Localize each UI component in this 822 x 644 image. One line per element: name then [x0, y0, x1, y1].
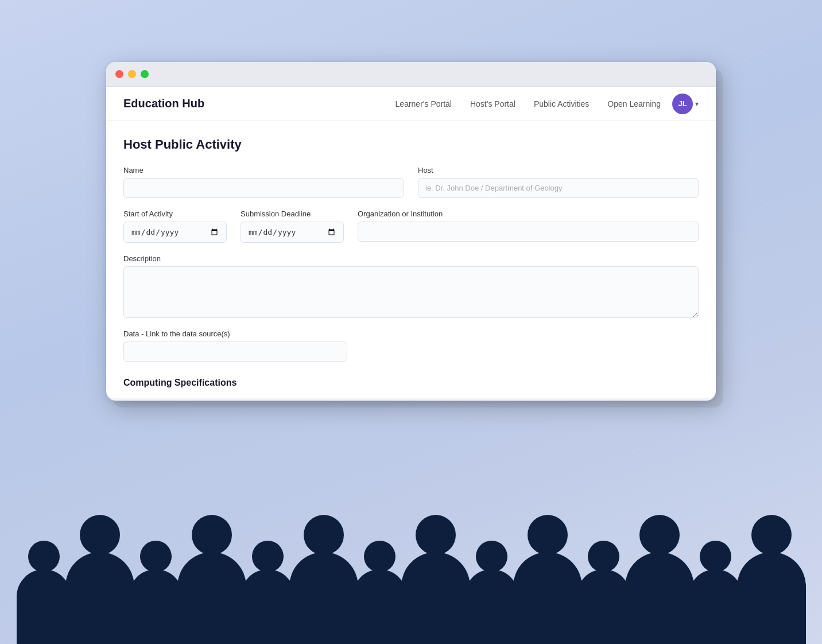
main-content: Host Public Activity Name Host [106, 121, 716, 398]
org-input[interactable] [358, 222, 699, 242]
host-input[interactable] [418, 178, 699, 198]
browser-content: Education Hub Learner's Portal Host's Po… [106, 87, 716, 398]
close-button[interactable] [115, 70, 123, 78]
description-textarea[interactable] [123, 266, 699, 318]
person-silhouette [241, 541, 295, 644]
name-input[interactable] [123, 178, 404, 198]
navbar: Education Hub Learner's Portal Host's Po… [106, 87, 716, 121]
description-label: Description [123, 254, 699, 263]
data-input[interactable] [123, 342, 347, 362]
user-avatar[interactable]: JL [672, 94, 693, 114]
form-group-start: Start of Activity [123, 210, 227, 243]
person-silhouette [289, 515, 358, 644]
deadline-label: Submission Deadline [241, 210, 344, 218]
computing-section-title: Computing Specifications [123, 378, 699, 388]
form-group-data: Data - Link to the data source(s) [123, 329, 699, 362]
start-date-input[interactable] [123, 222, 227, 243]
form-row-computing: Computing Specifications [123, 373, 699, 388]
host-activity-form: Name Host Start of Activity Sub [123, 166, 699, 388]
nav-logo: Education Hub [123, 97, 396, 110]
nav-link-open-learning[interactable]: Open Learning [607, 99, 661, 108]
host-label: Host [418, 166, 699, 174]
form-row-data: Data - Link to the data source(s) [123, 329, 699, 362]
person-silhouette [688, 541, 743, 644]
name-label: Name [123, 166, 404, 174]
form-group-org: Organization or Institution [358, 210, 699, 243]
person-silhouette [625, 515, 694, 644]
avatar-initials: JL [678, 99, 687, 108]
avatar-chevron-icon: ▾ [695, 100, 699, 108]
person-silhouette [464, 541, 519, 644]
form-group-deadline: Submission Deadline [241, 210, 344, 243]
person-silhouette [17, 541, 71, 644]
person-silhouette [177, 515, 246, 644]
form-group-description: Description [123, 254, 699, 318]
browser-window: Education Hub Learner's Portal Host's Po… [106, 62, 716, 401]
nav-link-public-activities[interactable]: Public Activities [534, 99, 589, 108]
people-background [0, 472, 822, 644]
form-group-computing: Computing Specifications [123, 373, 699, 388]
form-row-description: Description [123, 254, 699, 318]
nav-links: Learner's Portal Host's Portal Public Ac… [396, 99, 661, 108]
minimize-button[interactable] [128, 70, 136, 78]
maximize-button[interactable] [141, 70, 149, 78]
form-group-name: Name [123, 166, 404, 198]
browser-chrome [106, 62, 716, 87]
person-silhouette [352, 541, 407, 644]
person-silhouette [513, 515, 582, 644]
nav-link-hosts-portal[interactable]: Host's Portal [470, 99, 515, 108]
nav-link-learners-portal[interactable]: Learner's Portal [396, 99, 452, 108]
person-silhouette [129, 541, 183, 644]
person-silhouette [576, 541, 631, 644]
data-label: Data - Link to the data source(s) [123, 329, 699, 338]
deadline-input[interactable] [241, 222, 344, 243]
form-row-dates-org: Start of Activity Submission Deadline Or… [123, 210, 699, 243]
person-silhouette [65, 515, 134, 644]
form-row-name-host: Name Host [123, 166, 699, 198]
form-group-host: Host [418, 166, 699, 198]
org-label: Organization or Institution [358, 210, 699, 218]
person-silhouette [737, 515, 806, 644]
page-title: Host Public Activity [123, 137, 699, 152]
person-silhouette [401, 515, 470, 644]
start-label: Start of Activity [123, 210, 227, 218]
